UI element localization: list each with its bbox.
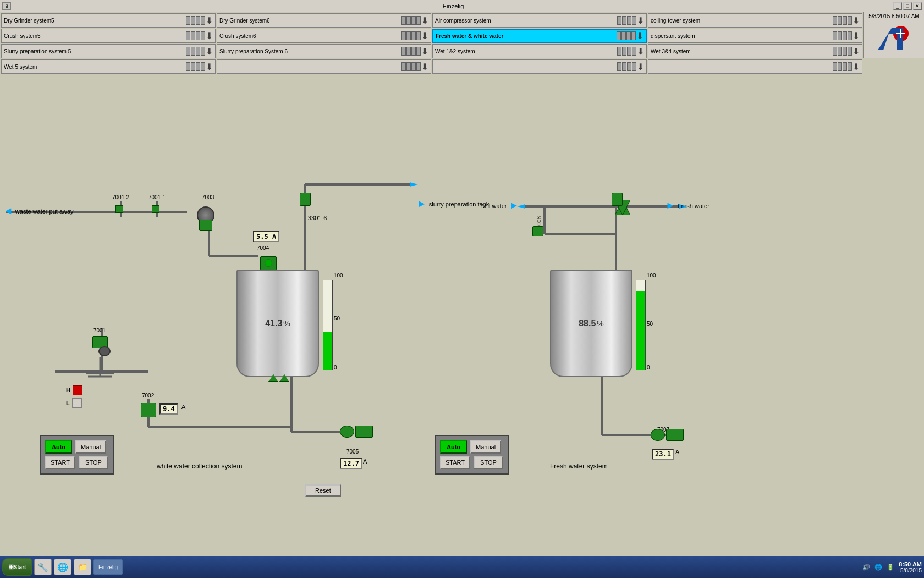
right-auto-button[interactable]: Auto xyxy=(440,440,467,454)
motor-7002[interactable] xyxy=(141,403,156,417)
datetime-display: 5/8/2015 8:50:07 AM xyxy=(864,12,924,20)
taskbar: ⊞ Start 🔧 🌐 📁 Einzelig 🔊 🌐 🔋 8:50 AM 5/8… xyxy=(0,556,924,578)
nav-label: Air compressor system xyxy=(435,18,491,24)
svg-rect-0 xyxy=(872,23,916,56)
motor-7001[interactable] xyxy=(92,336,117,380)
valve-7001-2[interactable] xyxy=(116,205,123,213)
h-indicator: H xyxy=(66,385,82,395)
nav-btn-slurry-5[interactable]: Slurry preparation system 5 ⬇ xyxy=(1,44,216,58)
nav-btn-wet-34[interactable]: Wet 3&4 system ⬇ xyxy=(648,44,862,58)
nav-btn-fresh-water[interactable]: Fresh water & white water ⬇ xyxy=(432,29,647,43)
company-logo xyxy=(872,23,916,56)
right-stop-button[interactable]: STOP xyxy=(474,456,503,469)
label-7003: 7003 xyxy=(202,194,214,200)
minimize-button[interactable]: _ xyxy=(893,2,902,10)
taskbar-icon-3[interactable]: 📁 xyxy=(74,559,91,575)
start-button[interactable]: ⊞ Start xyxy=(2,558,32,576)
tray-icon-1: 🔊 xyxy=(862,564,870,571)
nav-btn-wet-12[interactable]: Wet 1&2 system ⬇ xyxy=(432,44,647,58)
valve-7001-1[interactable] xyxy=(152,205,160,213)
equipment-7003[interactable] xyxy=(197,206,215,231)
nav-label: colling tower system xyxy=(651,18,700,24)
nav-label: Dry Grinder system6 xyxy=(219,18,270,24)
waste-water-label: ◄ waste water put away xyxy=(3,205,74,217)
left-auto-button[interactable]: Auto xyxy=(45,440,72,454)
pump-7005[interactable] xyxy=(340,426,373,438)
nav-btn-air-compressor[interactable]: Air compressor system ⬇ xyxy=(432,13,647,28)
nav-btn-dry-grinder-5[interactable]: Dry Grinder system5 ⬇ xyxy=(1,13,216,28)
valve-top-right-tank[interactable] xyxy=(612,193,623,206)
left-start-button[interactable]: START xyxy=(45,456,75,469)
nav-label: Crush system5 xyxy=(4,33,41,39)
nav-label: Wet 5 system xyxy=(4,64,37,70)
label-7005: 7005 xyxy=(346,449,359,455)
nav-label: dispersant system xyxy=(651,33,695,39)
nav-label: Fresh water & white water xyxy=(436,33,503,39)
nav-btn-dry-grinder-6[interactable]: Dry Grinder system6 ⬇ xyxy=(217,13,431,28)
unit-7007: A xyxy=(675,449,679,455)
right-start-button[interactable]: START xyxy=(440,456,470,469)
nav-btn-crush-6[interactable]: Crush system6 ⬇ xyxy=(217,29,431,43)
nav-btn-colling-tower[interactable]: colling tower system ⬇ xyxy=(648,13,862,28)
svg-marker-13 xyxy=(410,182,418,187)
nav-label: Dry Grinder system5 xyxy=(4,18,54,24)
window-title: Einzelig xyxy=(13,3,893,9)
fresh-water-label: ► Fresh water xyxy=(666,200,710,211)
nav-btn-empty-2[interactable]: ⬇ xyxy=(432,59,647,74)
white-water-label: white water collection system xyxy=(157,462,242,470)
nav-btn-dispersant[interactable]: dispersant system ⬇ xyxy=(648,29,862,43)
diagram-svg xyxy=(0,74,924,556)
left-tank: 41.3 % xyxy=(237,270,319,377)
label-7004: 7004 xyxy=(257,245,269,251)
right-manual-button[interactable]: Manual xyxy=(470,440,501,454)
nav-label: Crush system6 xyxy=(219,33,256,39)
nav-btn-empty-3[interactable]: ⬇ xyxy=(648,59,862,74)
close-button[interactable]: ✕ xyxy=(913,2,922,10)
motor-7004[interactable] xyxy=(260,256,277,270)
display-7005-current: 12.7 xyxy=(340,458,362,469)
unit-7005: A xyxy=(363,458,367,465)
nav-btn-slurry-6[interactable]: Slurry preparation System 6 ⬇ xyxy=(217,44,431,58)
mill-water-label: Mill water ► xyxy=(481,200,519,211)
label-7002: 7002 xyxy=(142,392,154,399)
level-bar-right: 100 50 0 xyxy=(636,272,656,370)
level-bar-left: 100 50 0 xyxy=(323,272,343,370)
maximize-button[interactable]: □ xyxy=(903,2,912,10)
right-tank: 88.5 % xyxy=(550,270,632,377)
label-7001: 7001 xyxy=(94,328,106,334)
control-panel-left: Auto Manual START STOP xyxy=(40,435,114,475)
display-7004-current: 5.5 A xyxy=(253,231,279,242)
tray-icon-2: 🌐 xyxy=(875,564,882,571)
pump-7007[interactable] xyxy=(651,429,684,441)
agitator-left-tank xyxy=(268,374,289,382)
label-7001-2: 7001-2 xyxy=(112,194,129,200)
nav-btn-wet-5[interactable]: Wet 5 system ⬇ xyxy=(1,59,216,74)
display-7007-current: 23.1 xyxy=(652,449,674,460)
tray-icon-3: 🔋 xyxy=(887,564,894,571)
main-diagram: ◄ waste water put away 7001-2 7001-1 700… xyxy=(0,74,924,556)
label-3301-6: 3301-6 xyxy=(308,215,327,221)
taskbar-icon-2[interactable]: 🌐 xyxy=(54,559,72,575)
l-status-indicator xyxy=(72,398,82,408)
nav-label: Slurry preparation System 6 xyxy=(219,48,288,54)
nav-label: Wet 1&2 system xyxy=(435,48,475,54)
l-indicator: L xyxy=(66,398,82,408)
display-7002-current: 9.4 xyxy=(160,403,178,415)
nav-label: Wet 3&4 system xyxy=(651,48,691,54)
control-panel-right: Auto Manual START STOP xyxy=(435,435,509,475)
nav-btn-crush-5[interactable]: Crush system5 ⬇ xyxy=(1,29,216,43)
valve-top-left-tank[interactable] xyxy=(300,193,311,206)
nav-btn-empty-1[interactable]: ⬇ xyxy=(217,59,431,74)
left-stop-button[interactable]: STOP xyxy=(79,456,108,469)
reset-button[interactable]: Reset xyxy=(305,484,341,497)
taskbar-icon-1[interactable]: 🔧 xyxy=(34,559,52,575)
unit-7002: A xyxy=(182,403,185,410)
left-manual-button[interactable]: Manual xyxy=(75,440,106,454)
taskbar-clock: 8:50 AM 5/8/2015 xyxy=(899,561,922,574)
logo-datetime-area: 5/8/2015 8:50:07 AM xyxy=(864,12,924,58)
slurry-prep-tank-label: ► slurry preparation tank xyxy=(417,198,489,210)
label-7001-1: 7001-1 xyxy=(148,194,166,200)
taskbar-app-btn[interactable]: Einzelig xyxy=(94,559,123,575)
h-status-indicator xyxy=(73,385,82,395)
valve-7006[interactable] xyxy=(532,226,543,236)
